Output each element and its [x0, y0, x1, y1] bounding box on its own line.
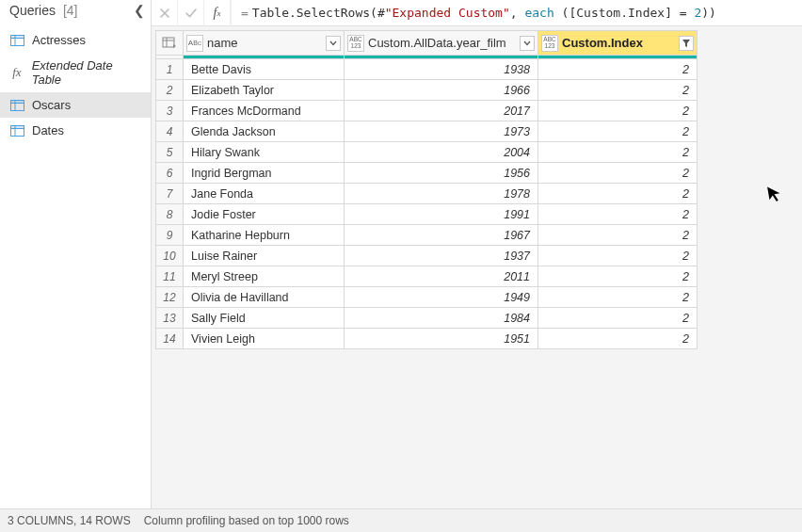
any-type-icon[interactable]: ABC123	[541, 35, 558, 52]
dropdown-icon[interactable]	[520, 36, 535, 51]
column-label: Custom.Index	[562, 36, 675, 50]
column-header-index[interactable]: ABC123Custom.Index	[538, 31, 698, 56]
cell-year[interactable]: 1937	[345, 246, 538, 266]
column-header-year[interactable]: ABC123Custom.AllData.year_film	[345, 31, 538, 56]
query-item-actresses[interactable]: Actresses	[0, 27, 151, 53]
dropdown-icon[interactable]	[326, 36, 341, 51]
row-number[interactable]: 8	[156, 204, 184, 225]
cell-name[interactable]: Frances McDormand	[184, 101, 345, 121]
cell-year[interactable]: 1966	[345, 80, 538, 101]
cell-index[interactable]: 2	[538, 80, 698, 101]
cell-year[interactable]: 1938	[345, 59, 538, 80]
cell-name[interactable]: Glenda Jackson	[184, 121, 345, 142]
cell-index[interactable]: 2	[538, 246, 698, 266]
any-type-icon[interactable]: ABC123	[347, 35, 364, 52]
query-item-dates[interactable]: Dates	[0, 118, 151, 143]
row-number[interactable]: 7	[156, 184, 184, 204]
filter-active-icon[interactable]	[679, 36, 694, 51]
cell-name[interactable]: Sally Field	[184, 308, 345, 329]
cell-name[interactable]: Katharine Hepburn	[184, 225, 345, 246]
cell-index[interactable]: 2	[538, 184, 698, 204]
cell-name[interactable]: Jodie Foster	[184, 204, 345, 225]
column-header-name[interactable]: ABCname	[184, 31, 345, 56]
table-row[interactable]: 7Jane Fonda19782	[156, 184, 698, 204]
cell-index[interactable]: 2	[538, 59, 698, 80]
cell-year[interactable]: 1951	[345, 329, 538, 349]
cell-name[interactable]: Elizabeth Taylor	[184, 80, 345, 101]
table-row[interactable]: 10Luise Rainer19372	[156, 246, 698, 266]
status-profiling: Column profiling based on top 1000 rows	[144, 514, 349, 527]
row-number[interactable]: 14	[156, 329, 184, 349]
svg-rect-7	[10, 100, 24, 103]
fx-icon[interactable]: fx	[204, 0, 231, 26]
cell-index[interactable]: 2	[538, 204, 698, 225]
cell-year[interactable]: 1973	[345, 121, 538, 142]
cell-index[interactable]: 2	[538, 163, 698, 184]
cell-year[interactable]: 1949	[345, 287, 538, 308]
table-row[interactable]: 3Frances McDormand20172	[156, 101, 698, 121]
formula-input[interactable]: = Table.SelectRows(#"Expanded Custom", e…	[231, 0, 796, 25]
table-row[interactable]: 8Jodie Foster19912	[156, 204, 698, 225]
cell-name[interactable]: Olivia de Havilland	[184, 287, 345, 308]
table-row[interactable]: 2Elizabeth Taylor19662	[156, 80, 698, 101]
row-number[interactable]: 3	[156, 101, 184, 121]
row-number[interactable]: 4	[156, 121, 184, 142]
table-row[interactable]: 5Hilary Swank20042	[156, 142, 698, 163]
table-row[interactable]: 9Katharine Hepburn19672	[156, 225, 698, 246]
table-row[interactable]: 1Bette Davis19382	[156, 59, 698, 80]
table-row[interactable]: 14Vivien Leigh19512	[156, 329, 698, 349]
text-type-icon[interactable]: ABC	[186, 35, 203, 52]
collapse-panel-icon[interactable]: ❮	[134, 3, 145, 18]
table-row[interactable]: 4Glenda Jackson19732	[156, 121, 698, 142]
table-corner-button[interactable]	[156, 31, 184, 56]
cell-name[interactable]: Meryl Streep	[184, 266, 345, 287]
query-list: ActressesfxExtended Date TableOscarsDate…	[0, 24, 151, 143]
cell-name[interactable]: Jane Fonda	[184, 184, 345, 204]
cell-name[interactable]: Bette Davis	[184, 59, 345, 80]
query-item-oscars[interactable]: Oscars	[0, 92, 151, 118]
row-number[interactable]: 1	[156, 59, 184, 80]
cell-year[interactable]: 2017	[345, 101, 538, 121]
row-number[interactable]: 13	[156, 308, 184, 329]
row-number[interactable]: 12	[156, 287, 184, 308]
svg-rect-3	[10, 35, 24, 38]
query-item-label: Oscars	[32, 98, 71, 112]
table-row[interactable]: 6Ingrid Bergman19562	[156, 163, 698, 184]
cell-index[interactable]: 2	[538, 308, 698, 329]
cell-year[interactable]: 1956	[345, 163, 538, 184]
cancel-formula-button[interactable]	[152, 0, 178, 26]
cell-year[interactable]: 1984	[345, 308, 538, 329]
cell-index[interactable]: 2	[538, 101, 698, 121]
queries-panel: Queries [4] ❮ ActressesfxExtended Date T…	[0, 0, 152, 508]
svg-rect-11	[10, 125, 24, 128]
query-item-extended-date-table[interactable]: fxExtended Date Table	[0, 53, 151, 92]
cell-year[interactable]: 1991	[345, 204, 538, 225]
queries-header: Queries [4] ❮	[0, 0, 151, 24]
cell-index[interactable]: 2	[538, 266, 698, 287]
cell-index[interactable]: 2	[538, 329, 698, 349]
cell-index[interactable]: 2	[538, 142, 698, 163]
table-row[interactable]: 13Sally Field19842	[156, 308, 698, 329]
accept-formula-button[interactable]	[178, 0, 204, 26]
row-number[interactable]: 6	[156, 163, 184, 184]
cell-name[interactable]: Ingrid Bergman	[184, 163, 345, 184]
cell-name[interactable]: Hilary Swank	[184, 142, 345, 163]
data-grid[interactable]: ABCnameABC123Custom.AllData.year_filmABC…	[152, 26, 802, 508]
cell-year[interactable]: 2011	[345, 266, 538, 287]
table-row[interactable]: 12Olivia de Havilland19492	[156, 287, 698, 308]
cell-index[interactable]: 2	[538, 287, 698, 308]
cell-index[interactable]: 2	[538, 225, 698, 246]
row-number[interactable]: 10	[156, 246, 184, 266]
table-icon	[9, 99, 24, 112]
row-number[interactable]: 5	[156, 142, 184, 163]
cell-year[interactable]: 2004	[345, 142, 538, 163]
row-number[interactable]: 9	[156, 225, 184, 246]
cell-index[interactable]: 2	[538, 121, 698, 142]
cell-name[interactable]: Luise Rainer	[184, 246, 345, 266]
table-row[interactable]: 11Meryl Streep20112	[156, 266, 698, 287]
row-number[interactable]: 2	[156, 80, 184, 101]
row-number[interactable]: 11	[156, 266, 184, 287]
cell-year[interactable]: 1978	[345, 184, 538, 204]
cell-year[interactable]: 1967	[345, 225, 538, 246]
cell-name[interactable]: Vivien Leigh	[184, 329, 345, 349]
